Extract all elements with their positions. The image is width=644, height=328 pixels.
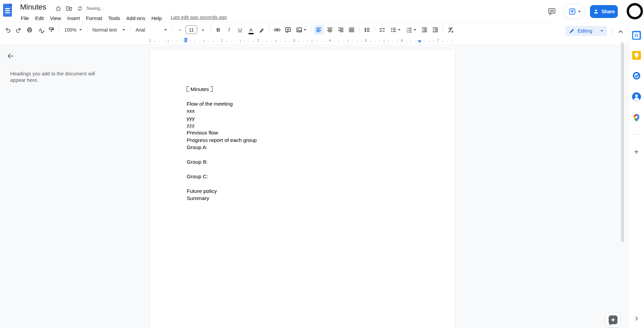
outline-empty-hint: Headings you add to the document will ap…	[10, 71, 105, 84]
increase-indent-button[interactable]	[430, 25, 440, 35]
font-family-select[interactable]: Arial	[133, 25, 170, 35]
align-justify-button[interactable]	[346, 25, 357, 35]
document-page[interactable]: Minutes Flow of the meeting xxx yyy zzz …	[150, 50, 455, 328]
hide-side-panel-button[interactable]	[631, 313, 642, 324]
menu-tools[interactable]: Tools	[105, 15, 123, 22]
plus-icon: +	[634, 147, 639, 157]
comment-history-icon[interactable]	[546, 5, 558, 18]
tasks-icon[interactable]	[631, 71, 642, 81]
clear-formatting-button[interactable]	[445, 25, 456, 35]
font-size-increase-button[interactable]: +	[198, 25, 208, 35]
menu-format[interactable]: Format	[83, 15, 105, 22]
mode-select-editing[interactable]: Editing	[565, 26, 607, 36]
doc-line[interactable]: Previous flow	[187, 129, 435, 136]
italic-button[interactable]: I	[224, 25, 234, 35]
align-right-button[interactable]	[336, 25, 346, 35]
ruler-number: 5	[364, 38, 368, 42]
toolbar-separator	[311, 26, 311, 34]
doc-line[interactable]: Future policy	[187, 187, 435, 195]
font-size-decrease-button[interactable]: −	[175, 25, 185, 35]
menu-edit[interactable]: Edit	[32, 15, 47, 22]
doc-line[interactable]: zzz	[187, 122, 435, 129]
toolbar-separator	[59, 26, 59, 34]
menu-file[interactable]: File	[18, 15, 32, 22]
document-text[interactable]: Minutes Flow of the meeting xxx yyy zzz …	[187, 86, 435, 202]
ruler[interactable]: 1 1 2 3 4 5 6 7	[126, 38, 628, 44]
get-addons-button[interactable]: +	[631, 147, 642, 157]
docs-logo-icon[interactable]	[3, 4, 12, 17]
vertical-scrollbar[interactable]	[621, 42, 624, 242]
explore-button[interactable]	[606, 312, 621, 327]
bulleted-list-button[interactable]	[388, 25, 403, 35]
left-lenticular-bracket	[187, 86, 189, 92]
keep-icon[interactable]	[631, 50, 642, 60]
font-size-input[interactable]: 11	[186, 25, 197, 34]
numbered-list-button[interactable]: 123	[404, 25, 419, 35]
last-edit-link[interactable]: Last edit was seconds ago	[171, 15, 227, 20]
print-button[interactable]	[24, 25, 35, 35]
doc-line[interactable]: Flow of the meeting	[187, 100, 435, 107]
insert-link-button[interactable]	[272, 25, 282, 35]
calendar-icon[interactable]: 31	[631, 30, 642, 40]
menu-addons[interactable]: Add-ons	[123, 15, 148, 22]
menu-insert[interactable]: Insert	[64, 15, 83, 22]
doc-line[interactable]: Group B:	[187, 158, 435, 165]
doc-line[interactable]	[187, 151, 435, 158]
underline-button[interactable]: U	[235, 25, 245, 35]
toolbar-separator	[269, 26, 270, 34]
toolbar-separator	[210, 26, 211, 34]
doc-line[interactable]: xxx	[187, 107, 435, 114]
bold-button[interactable]: B	[213, 25, 223, 35]
doc-line[interactable]	[187, 180, 435, 187]
maps-icon[interactable]	[631, 113, 642, 123]
right-indent-marker[interactable]	[418, 40, 422, 43]
paragraph-style-select[interactable]: Normal text	[90, 25, 128, 35]
present-caret-icon	[578, 11, 581, 12]
spellcheck-button[interactable]: A	[35, 25, 46, 35]
text-color-button[interactable]: A	[246, 25, 256, 35]
checklist-button[interactable]	[377, 25, 387, 35]
docs-logo-line	[5, 8, 10, 9]
doc-line[interactable]: Group A:	[187, 144, 435, 151]
decrease-indent-button[interactable]	[419, 25, 429, 35]
first-line-indent-marker[interactable]	[184, 38, 187, 40]
document-title[interactable]: Minutes	[20, 3, 46, 12]
font-family-value: Arial	[136, 27, 145, 33]
doc-line[interactable]	[187, 165, 435, 172]
line-spacing-button[interactable]	[362, 25, 372, 35]
share-button[interactable]: Share	[590, 5, 618, 18]
share-person-icon	[593, 8, 599, 15]
account-avatar[interactable]	[627, 3, 643, 19]
paint-format-button[interactable]	[46, 25, 56, 35]
close-outline-button[interactable]	[5, 50, 16, 62]
menubar: File Edit View Insert Format Tools Add-o…	[18, 14, 165, 22]
doc-line[interactable]: Progress report of each group	[187, 136, 435, 144]
share-label: Share	[601, 9, 615, 14]
svg-text:3: 3	[407, 31, 408, 33]
doc-line[interactable]: Group C:	[187, 173, 435, 180]
doc-line[interactable]: yyy	[187, 115, 435, 122]
doc-line[interactable]: Summary	[187, 195, 435, 202]
align-left-button[interactable]	[314, 25, 324, 35]
zoom-caret-icon	[79, 29, 82, 31]
menu-help[interactable]: Help	[148, 15, 165, 22]
highlight-color-button[interactable]	[257, 25, 267, 35]
doc-line-title[interactable]: Minutes	[187, 86, 435, 93]
plus-icon: +	[201, 27, 204, 33]
add-comment-button[interactable]	[283, 25, 293, 35]
contacts-icon[interactable]	[631, 92, 642, 102]
star-icon[interactable]	[54, 4, 63, 13]
saving-status: Saving...	[86, 6, 104, 11]
undo-button[interactable]	[3, 25, 13, 35]
present-button[interactable]	[563, 4, 586, 19]
redo-button[interactable]	[14, 25, 24, 35]
align-center-button[interactable]	[325, 25, 335, 35]
move-to-folder-icon[interactable]	[65, 4, 73, 13]
left-indent-marker[interactable]	[184, 40, 188, 43]
insert-image-button[interactable]	[294, 25, 309, 35]
menu-view[interactable]: View	[47, 15, 64, 22]
zoom-select[interactable]: 100%	[62, 25, 85, 35]
hide-menus-button[interactable]	[615, 26, 626, 37]
doc-line[interactable]	[187, 93, 435, 100]
bulleted-list-caret-icon	[398, 29, 401, 31]
